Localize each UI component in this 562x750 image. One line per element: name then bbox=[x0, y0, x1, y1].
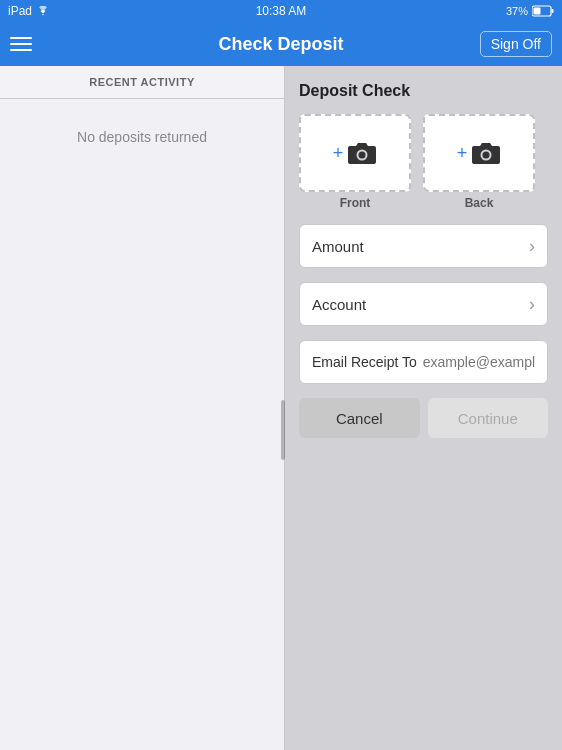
front-image-box[interactable]: + bbox=[299, 114, 411, 192]
back-camera-icon bbox=[471, 140, 501, 166]
deposit-check-title: Deposit Check bbox=[299, 82, 548, 100]
account-label: Account bbox=[312, 296, 366, 313]
back-camera-group: + bbox=[457, 140, 502, 166]
battery-icon bbox=[532, 5, 554, 17]
amount-label: Amount bbox=[312, 238, 364, 255]
amount-chevron-icon: › bbox=[529, 236, 535, 257]
sign-off-button[interactable]: Sign Off bbox=[480, 31, 552, 57]
wifi-icon bbox=[36, 6, 50, 16]
no-deposits-area: No deposits returned bbox=[0, 99, 284, 750]
svg-point-4 bbox=[359, 152, 366, 159]
front-camera-group: + bbox=[333, 140, 378, 166]
nav-bar: Check Deposit Sign Off bbox=[0, 22, 562, 66]
status-time: 10:38 AM bbox=[256, 4, 307, 18]
check-images-row: + Front + bbox=[299, 114, 548, 210]
buttons-row: Cancel Continue bbox=[299, 398, 548, 438]
email-row: Email Receipt To bbox=[299, 340, 548, 384]
scroll-indicator bbox=[281, 400, 285, 460]
svg-rect-2 bbox=[552, 9, 554, 13]
status-bar: iPad 10:38 AM 37% bbox=[0, 0, 562, 22]
account-chevron-icon: › bbox=[529, 294, 535, 315]
recent-activity-header: RECENT ACTIVITY bbox=[0, 66, 284, 99]
amount-field[interactable]: Amount › bbox=[299, 224, 548, 268]
front-plus-icon: + bbox=[333, 143, 344, 164]
right-panel: Deposit Check + Front bbox=[285, 66, 562, 750]
continue-button: Continue bbox=[428, 398, 549, 438]
front-label: Front bbox=[340, 196, 371, 210]
back-image-container: + Back bbox=[423, 114, 535, 210]
no-deposits-text: No deposits returned bbox=[77, 129, 207, 145]
back-label: Back bbox=[465, 196, 494, 210]
back-image-box[interactable]: + bbox=[423, 114, 535, 192]
cancel-button[interactable]: Cancel bbox=[299, 398, 420, 438]
front-camera-icon bbox=[347, 140, 377, 166]
svg-point-6 bbox=[483, 152, 490, 159]
account-field[interactable]: Account › bbox=[299, 282, 548, 326]
email-input[interactable] bbox=[423, 354, 535, 370]
svg-rect-1 bbox=[534, 8, 541, 15]
menu-button[interactable] bbox=[10, 29, 40, 59]
battery-label: 37% bbox=[506, 5, 528, 17]
back-plus-icon: + bbox=[457, 143, 468, 164]
carrier-label: iPad bbox=[8, 4, 32, 18]
page-title: Check Deposit bbox=[218, 34, 343, 55]
status-right: 37% bbox=[506, 5, 554, 17]
email-receipt-label: Email Receipt To bbox=[312, 354, 417, 370]
front-image-container: + Front bbox=[299, 114, 411, 210]
status-left: iPad bbox=[8, 4, 50, 18]
left-panel: RECENT ACTIVITY No deposits returned bbox=[0, 66, 285, 750]
